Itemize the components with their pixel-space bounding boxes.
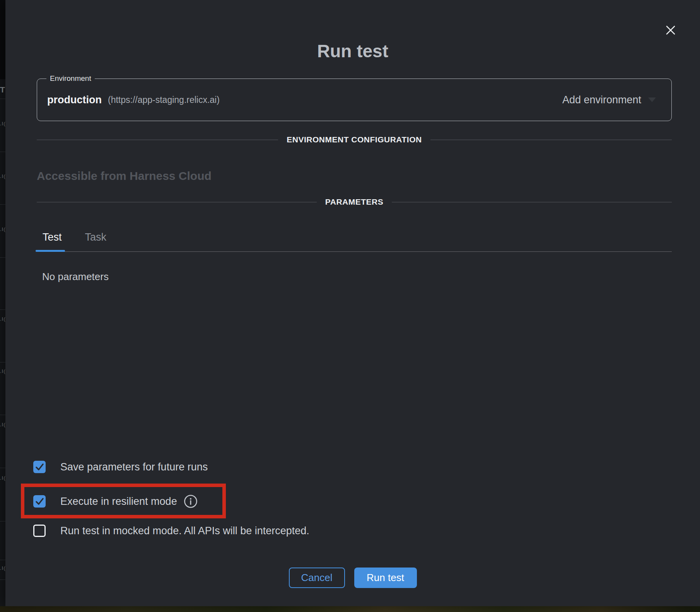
run-test-button[interactable]: Run test — [354, 568, 417, 588]
mocked-mode-checkbox[interactable] — [33, 525, 46, 537]
dialog-footer: Cancel Run test — [5, 568, 700, 588]
parameters-tabs: Test Task — [37, 231, 672, 252]
resilient-mode-label: Execute in resilient mode — [60, 496, 177, 508]
background-text-fragment: .I( — [0, 121, 5, 127]
background-row-divider — [0, 560, 5, 560]
chevron-down-icon — [648, 97, 656, 102]
environment-access-note: Accessible from Harness Cloud — [37, 169, 212, 183]
tab-task[interactable]: Task — [85, 231, 107, 243]
info-icon[interactable] — [183, 494, 198, 509]
option-resilient-mode: Execute in resilient mode — [33, 494, 198, 508]
background-row-divider — [0, 521, 5, 521]
background-text-fragment: .I( — [0, 475, 5, 481]
selected-environment-name: production — [47, 94, 102, 106]
environment-configuration-header: ENVIRONMENT CONFIGURATION — [287, 135, 422, 144]
background-text-fragment: .I( — [0, 368, 5, 374]
background-row-divider — [0, 204, 5, 205]
option-save-parameters: Save parameters for future runs — [33, 460, 208, 474]
add-environment-dropdown[interactable]: Add environment — [562, 94, 656, 106]
parameters-header: PARAMETERS — [325, 197, 383, 207]
save-parameters-label: Save parameters for future runs — [60, 461, 208, 473]
background-row-divider — [0, 415, 5, 415]
background-photo-strip — [0, 606, 700, 612]
no-parameters-text: No parameters — [42, 271, 109, 283]
mocked-mode-label: Run test in mocked mode. All APIs will b… — [60, 525, 309, 537]
close-icon[interactable] — [664, 23, 678, 37]
background-row-divider — [0, 257, 5, 258]
background-row-divider — [0, 99, 5, 99]
background-row-divider — [0, 362, 5, 362]
environment-field: Environment production (https://app-stag… — [37, 79, 672, 121]
run-test-dialog: Run test Environment production (https:/… — [5, 0, 700, 606]
active-tab-underline — [36, 250, 65, 252]
resilient-mode-checkbox[interactable] — [33, 495, 46, 508]
background-row-divider — [0, 580, 5, 580]
background-row-divider — [0, 468, 5, 468]
background-text-fragment: T — [0, 85, 5, 94]
environment-configuration-divider: ENVIRONMENT CONFIGURATION — [37, 135, 672, 145]
background-text-fragment: .I( — [0, 173, 5, 179]
background-app-sliver: T.I(.I(.I(.I(.I(.I(.I(.I( — [0, 0, 5, 606]
option-mocked-mode: Run test in mocked mode. All APIs will b… — [33, 524, 309, 538]
dialog-title: Run test — [5, 41, 700, 62]
save-parameters-checkbox[interactable] — [33, 461, 46, 473]
background-text-fragment: .I( — [0, 565, 5, 571]
background-text-fragment: .I( — [0, 316, 5, 322]
tab-test[interactable]: Test — [43, 231, 62, 243]
background-text-fragment: .I( — [0, 422, 5, 427]
parameters-divider: PARAMETERS — [37, 197, 672, 207]
background-app-header — [0, 0, 5, 79]
background-text-fragment: .I( — [0, 226, 5, 232]
selected-environment-url: (https://app-staging.relicx.ai) — [108, 95, 220, 105]
add-environment-label: Add environment — [562, 94, 641, 106]
cancel-button[interactable]: Cancel — [289, 568, 345, 588]
background-row-divider — [0, 152, 5, 152]
background-row-divider — [0, 309, 5, 310]
